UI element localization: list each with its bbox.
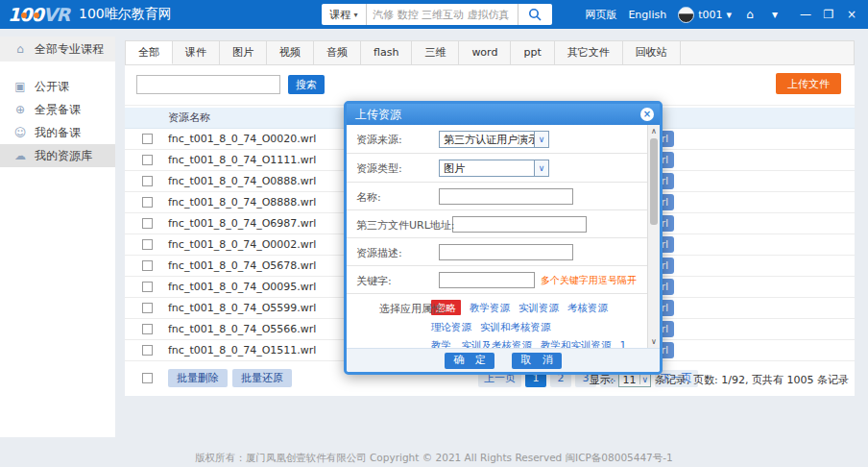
tab[interactable]: 其它文件 — [555, 41, 623, 64]
row-checkbox[interactable] — [142, 282, 153, 292]
page-info-suffix: 条记录, 页数: 1/92, 页共有 1005 条记录 — [655, 373, 849, 387]
row-checkbox[interactable] — [142, 303, 153, 313]
tab[interactable]: 课件 — [173, 41, 220, 64]
name-input[interactable] — [439, 188, 573, 205]
row-checkbox[interactable] — [142, 324, 153, 334]
batch-delete-button[interactable]: 批量删除 — [168, 369, 228, 387]
confirm-button[interactable]: 确 定 — [445, 353, 494, 369]
keyword-label: 关键字: — [356, 274, 392, 288]
attr-chip[interactable]: 1 — [620, 338, 627, 348]
tab[interactable]: ppt — [511, 41, 554, 64]
row-checkbox[interactable] — [142, 260, 153, 271]
home-icon[interactable]: ⌂ — [743, 8, 757, 21]
resource-filename: fnc_t001_8_0_74_O5599.wrl — [168, 302, 316, 314]
row-checkbox[interactable] — [142, 345, 153, 356]
tab[interactable]: word — [459, 41, 511, 64]
tab[interactable]: 三维 — [412, 41, 459, 64]
copyright-footer: 版权所有：厦门凤凰创壹软件有限公司 Copyright © 2021 All R… — [0, 452, 868, 465]
source-value: 第三方认证用户演示 — [440, 133, 534, 147]
maximize-button[interactable]: ❐ — [822, 8, 835, 21]
attr-chip[interactable]: 实训资源 — [518, 301, 559, 314]
type-label: 资源类型: — [356, 161, 402, 176]
keyword-hint: 多个关键字用逗号隔开 — [541, 275, 637, 285]
row-checkbox[interactable] — [142, 218, 153, 229]
modal-close-icon[interactable]: × — [640, 108, 654, 121]
scroll-up-icon[interactable]: ∧ — [648, 127, 660, 135]
attr-chip[interactable]: 理论资源 — [431, 320, 471, 333]
logo-vr: VR — [43, 4, 69, 25]
type-select[interactable]: 图片 ∨ — [439, 160, 549, 177]
minimize-button[interactable]: — — [799, 8, 812, 21]
form-row-source: 资源来源: 第三方认证用户演示 ∨ — [347, 125, 647, 154]
batch-restore-button[interactable]: 批量还原 — [232, 369, 292, 387]
tab[interactable]: 全部 — [126, 41, 173, 64]
my-resources-icon: ☁ — [13, 149, 27, 162]
form-row-url: 第三方文件URL地址: — [347, 210, 647, 238]
search-filter-button[interactable]: 搜索 — [288, 75, 325, 94]
modal-scrollbar[interactable]: ∧ ∨ — [647, 125, 660, 348]
web-version-link[interactable]: 网页版 — [585, 8, 616, 22]
upload-file-button[interactable]: 上传文件 — [776, 73, 841, 94]
scrollbar-thumb[interactable] — [650, 138, 658, 225]
sidebar-item[interactable]: ▣ 公开课 — [0, 75, 115, 98]
sidebar-item[interactable]: ☁ 我的资源库 — [0, 144, 115, 167]
keyword-input[interactable] — [439, 272, 535, 288]
tab[interactable]: 回收站 — [623, 41, 681, 64]
tab[interactable]: 图片 — [220, 41, 267, 64]
select-all-checkbox[interactable] — [142, 373, 153, 383]
resource-filename: fnc_t001_8_0_74_O5678.wrl — [168, 259, 316, 272]
select-arrow-icon: ∨ — [534, 160, 548, 176]
toolbar: 搜索 上传文件 — [125, 65, 855, 106]
attr-chip[interactable]: 教学资源 — [470, 301, 510, 314]
tab[interactable]: flash — [361, 41, 412, 64]
sidebar-item-label: 全部专业课程 — [35, 41, 104, 58]
keyword-filter-input[interactable] — [136, 75, 280, 94]
sidebar-item[interactable]: ☺ 我的备课 — [0, 121, 115, 144]
sidebar-item-label: 全景备课 — [35, 102, 81, 118]
my-prep-icon: ☺ — [13, 126, 27, 139]
attr-chip[interactable]: 教学和实训资源 — [541, 338, 612, 348]
row-checkbox[interactable] — [142, 134, 153, 144]
attr-chip[interactable]: 实训和考核资源 — [480, 320, 551, 333]
row-checkbox[interactable] — [142, 197, 153, 208]
attr-chip[interactable]: 考核资源 — [567, 301, 608, 314]
logo[interactable]: 100VR — [8, 4, 69, 25]
modal-title: 上传资源 — [355, 108, 401, 121]
language-link[interactable]: English — [628, 9, 666, 21]
close-button[interactable]: × — [845, 8, 858, 21]
user-menu[interactable]: t001 ▾ — [678, 7, 732, 23]
type-value: 图片 — [440, 161, 534, 176]
desc-input[interactable] — [439, 244, 573, 260]
url-input[interactable] — [452, 216, 587, 233]
sidebar-item[interactable]: ⊕ 全景备课 — [0, 98, 115, 121]
search-category-dropdown[interactable]: 课程 ▾ — [322, 4, 367, 25]
search-button[interactable] — [518, 4, 552, 25]
avatar — [678, 7, 694, 23]
row-checkbox[interactable] — [142, 176, 153, 186]
scroll-down-icon[interactable]: ∨ — [648, 337, 660, 346]
tab[interactable]: 音频 — [314, 41, 361, 64]
sidebar-item[interactable]: ⌂ 全部专业课程 — [0, 37, 115, 61]
username: t001 — [698, 9, 722, 21]
attr-chip[interactable]: 教学、实训及考核资源 — [431, 338, 532, 348]
app-attr-chips: 忽略 教学资源 实训资源 考核资源 理论资源 实训和考核资源 教学、实训及考核资… — [431, 300, 647, 348]
logo-dot — [21, 12, 27, 18]
resource-filename: fnc_t001_8_0_74_O6987.wrl — [168, 217, 316, 230]
caret-down-icon[interactable]: ▾ — [768, 8, 782, 21]
tab[interactable]: 视频 — [267, 41, 314, 64]
name-label: 名称: — [356, 190, 381, 205]
row-checkbox[interactable] — [142, 239, 153, 250]
logo-dot — [34, 12, 39, 18]
form-row-type: 资源类型: 图片 ∨ — [347, 154, 647, 183]
caret-down-icon: ▾ — [353, 11, 357, 19]
source-select[interactable]: 第三方认证用户演示 ∨ — [439, 131, 549, 148]
cancel-button[interactable]: 取 消 — [512, 353, 562, 369]
form-row-name: 名称: — [347, 183, 647, 210]
resource-tabs: 全部 课件 图片 视频 音频 flash 三维 word ppt 其它文件 回收… — [125, 40, 855, 65]
upload-resource-modal: 上传资源 × 资源来源: 第三方认证用户演示 ∨ 资源类型: 图片 ∨ 名称: — [344, 101, 663, 375]
search-input[interactable] — [367, 4, 518, 25]
sidebar-item-label: 我的备课 — [35, 125, 81, 141]
row-checkbox[interactable] — [142, 155, 153, 165]
search-category-label: 课程 — [329, 8, 350, 22]
app-attr-label: 选择应用属性: — [379, 302, 446, 316]
